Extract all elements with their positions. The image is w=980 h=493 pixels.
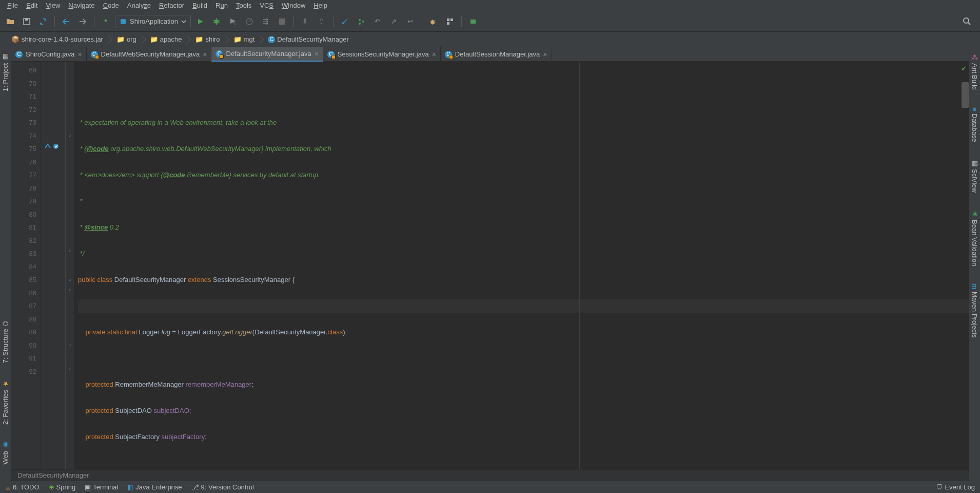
close-icon[interactable]: × (77, 50, 82, 59)
tab-defaultwebsecuritymanager[interactable]: C DefaultWebSecurityManager.java × (87, 47, 212, 62)
tool-ant[interactable]: ⁂Ant Build (971, 50, 978, 93)
tool-favorites[interactable]: 2: Favorites★ (2, 377, 9, 428)
run-coverage-button[interactable] (226, 14, 240, 29)
svg-rect-1 (25, 18, 28, 21)
fold-end-icon[interactable]: ⌟ (67, 131, 73, 137)
todo-icon: ≣ (5, 483, 11, 491)
menu-window[interactable]: Window (278, 1, 309, 10)
run-button[interactable] (193, 14, 207, 29)
tool-bean-validation[interactable]: ❀Bean Validation (971, 207, 978, 269)
attach-button[interactable]: ⇶ (259, 14, 273, 29)
svg-point-13 (964, 18, 969, 23)
crumb-shiro[interactable]: 📁shiro (187, 33, 225, 46)
undo-button[interactable]: ↩ (403, 14, 418, 29)
folder-icon: 📁 (150, 35, 158, 43)
right-margin-line (579, 62, 580, 469)
back-button[interactable] (59, 14, 73, 29)
tool-database[interactable]: ≡Database (971, 104, 978, 145)
vcs-push-button[interactable]: ⇗ (387, 14, 401, 29)
menu-file[interactable]: File (3, 1, 22, 10)
fold-start-icon[interactable]: ⌜ (67, 249, 73, 255)
build-button[interactable] (99, 14, 113, 29)
svg-point-7 (359, 23, 361, 25)
menu-help[interactable]: Help (309, 1, 331, 10)
tab-defaultsecuritymanager[interactable]: C DefaultSecurityManager.java × (211, 47, 323, 62)
close-icon[interactable]: × (543, 50, 547, 59)
profile-button[interactable] (242, 14, 257, 29)
settings-button[interactable] (426, 14, 441, 29)
menu-edit[interactable]: Edit (22, 1, 42, 10)
crumb-mgt[interactable]: 📁mgt (225, 33, 260, 46)
forward-button[interactable] (75, 14, 90, 29)
class-locked-icon: C (215, 50, 223, 58)
line-gutter[interactable]: 6970717273747576777879808182838485868788… (11, 62, 41, 469)
class-locked-icon: C (91, 51, 98, 58)
tool-spring[interactable]: ❀Spring (49, 483, 76, 491)
tool-todo[interactable]: ≣6: TODO (5, 483, 40, 491)
folder-icon: 📁 (195, 35, 203, 43)
inspection-ok-icon[interactable]: ✔ (959, 65, 968, 73)
fold-start-icon[interactable]: ⌜ (67, 367, 73, 373)
stop-button[interactable] (275, 14, 289, 29)
project-structure-button[interactable] (443, 14, 457, 29)
tab-defaultsessionmanager[interactable]: C DefaultSessionManager.java × (441, 47, 552, 62)
fold-end-icon[interactable]: ⌟ (67, 340, 73, 347)
menu-analyze[interactable]: Analyze (123, 1, 155, 10)
vcs-update-button[interactable]: ⇩ (298, 14, 312, 29)
save-all-button[interactable] (19, 14, 34, 29)
vcs-revert-button[interactable]: ↶ (370, 14, 385, 29)
code-editor[interactable]: 6970717273747576777879808182838485868788… (11, 62, 969, 469)
menu-run[interactable]: Run (211, 1, 232, 10)
crumb-jar[interactable]: 📦shiro-core-1.4.0-sources.jar (3, 33, 108, 46)
editor-breadcrumb[interactable]: DefaultSecurityManager (11, 469, 969, 481)
vcs-commit-button[interactable]: ⇧ (315, 14, 329, 29)
run-config-selector[interactable]: ShiroApplication (115, 15, 191, 28)
vcs-history-button[interactable] (338, 14, 352, 29)
event-log[interactable]: 🗨Event Log (936, 483, 975, 491)
tool-web[interactable]: Web◉ (2, 438, 9, 468)
tab-shiroconfig[interactable]: C ShiroConfig.java × (11, 47, 87, 62)
menu-view[interactable]: View (42, 1, 64, 10)
tool-maven[interactable]: mMaven Projects (971, 280, 978, 340)
vcs-branches-button[interactable] (354, 14, 368, 29)
code-content[interactable]: ✔ * expectation of operating in a Web en… (74, 62, 969, 469)
menu-code[interactable]: Code (99, 1, 123, 10)
tool-vcs[interactable]: ⎇9: Version Control (191, 483, 254, 491)
tool-project[interactable]: 1: Project▦ (2, 50, 9, 94)
fold-start-icon[interactable]: ⌜ (67, 288, 73, 294)
close-icon[interactable]: × (432, 50, 436, 59)
search-icon[interactable] (963, 14, 977, 29)
fold-column[interactable]: ⌟ ⌜ ⌟ ⌜ ⌟ ⌜ (66, 62, 74, 469)
menu-build[interactable]: Build (188, 1, 211, 10)
terminal-icon: ▣ (85, 483, 91, 491)
sciview-icon: ▦ (971, 159, 978, 167)
tool-sciview[interactable]: ▦SciView (971, 156, 978, 196)
fold-end-icon[interactable]: ⌟ (67, 275, 73, 281)
folder-icon: 📁 (116, 35, 125, 43)
maven-icon: m (971, 283, 978, 290)
toolbar: ShiroApplication ⇶ ⇩ ⇧ ↶ ⇗ ↩ (0, 11, 980, 32)
debug-button[interactable] (209, 14, 224, 29)
menu-refactor[interactable]: Refactor (155, 1, 188, 10)
menu-navigate[interactable]: Navigate (64, 1, 99, 10)
crumb-apache[interactable]: 📁apache (142, 33, 187, 46)
tool-structure[interactable]: 7: Structure⌬ (2, 318, 9, 366)
close-icon[interactable]: × (315, 50, 319, 58)
nav-breadcrumb: 📦shiro-core-1.4.0-sources.jar 📁org 📁apac… (0, 32, 980, 47)
tool-terminal[interactable]: ▣Terminal (85, 483, 118, 491)
svg-rect-5 (279, 18, 285, 25)
open-button[interactable] (3, 14, 17, 29)
implements-icon[interactable] (44, 143, 60, 150)
sdk-button[interactable] (466, 14, 480, 29)
sync-button[interactable] (36, 14, 50, 29)
menu-vcs[interactable]: VCS (256, 1, 278, 10)
crumb-org[interactable]: 📁org (108, 33, 142, 46)
close-icon[interactable]: × (203, 50, 207, 59)
crumb-class[interactable]: CDefaultSecurityManager (260, 33, 354, 46)
scrollbar[interactable] (962, 82, 969, 108)
editor-tabs: C ShiroConfig.java × C DefaultWebSecurit… (11, 47, 969, 62)
tab-sessionssecuritymanager[interactable]: C SessionsSecurityManager.java × (323, 47, 441, 62)
tool-jee[interactable]: ◧Java Enterprise (127, 483, 182, 491)
folder-icon: 📁 (233, 35, 242, 43)
menu-tools[interactable]: Tools (232, 1, 256, 10)
